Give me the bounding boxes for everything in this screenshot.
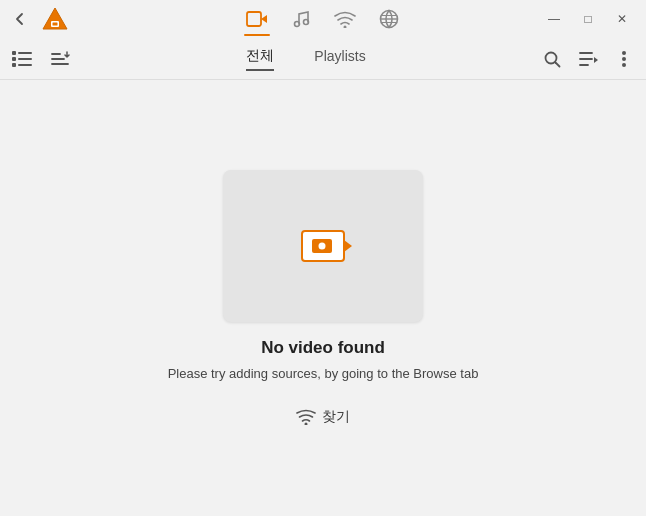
no-video-title: No video found — [168, 338, 479, 358]
title-bar-left — [8, 4, 70, 34]
music-tab-icon[interactable] — [288, 6, 314, 32]
wifi-browse-icon — [296, 409, 316, 425]
svg-marker-16 — [594, 57, 598, 63]
vlc-logo — [40, 4, 70, 34]
svg-rect-9 — [12, 51, 16, 55]
svg-rect-13 — [18, 58, 32, 60]
video-tab-icon[interactable] — [244, 6, 270, 32]
browse-label[interactable]: 찾기 — [322, 408, 350, 426]
svg-point-7 — [344, 26, 347, 29]
search-button[interactable] — [538, 45, 566, 73]
svg-point-17 — [622, 51, 626, 55]
no-video-placeholder — [223, 170, 423, 322]
svg-rect-11 — [12, 63, 16, 67]
close-button[interactable]: ✕ — [606, 4, 638, 34]
toolbar: 전체 Playlists — [0, 38, 646, 80]
svg-rect-2 — [53, 23, 58, 26]
sort-button[interactable] — [46, 45, 74, 73]
svg-point-18 — [622, 57, 626, 61]
svg-rect-10 — [12, 57, 16, 61]
svg-point-15 — [546, 52, 557, 63]
svg-point-19 — [622, 63, 626, 67]
empty-state: No video found Please try adding sources… — [168, 338, 479, 384]
svg-point-6 — [304, 20, 309, 25]
list-view-button[interactable] — [8, 45, 36, 73]
no-video-subtitle: Please try adding sources, by going to t… — [168, 364, 479, 384]
title-bar: — □ ✕ — [0, 0, 646, 38]
svg-point-20 — [305, 422, 308, 425]
back-button[interactable] — [8, 7, 32, 31]
video-placeholder-icon — [301, 230, 345, 262]
tab-playlists[interactable]: Playlists — [314, 48, 365, 70]
globe-tab-icon[interactable] — [376, 6, 402, 32]
svg-rect-14 — [18, 64, 32, 66]
svg-point-5 — [295, 22, 300, 27]
tab-all[interactable]: 전체 — [246, 47, 274, 71]
browse-link[interactable]: 찾기 — [296, 408, 350, 426]
toolbar-tabs: 전체 Playlists — [74, 47, 538, 71]
more-options-button[interactable] — [610, 45, 638, 73]
title-bar-right: — □ ✕ — [538, 4, 638, 34]
maximize-button[interactable]: □ — [572, 4, 604, 34]
network-tab-icon[interactable] — [332, 6, 358, 32]
queue-button[interactable] — [574, 45, 602, 73]
toolbar-left — [8, 45, 74, 73]
minimize-button[interactable]: — — [538, 4, 570, 34]
toolbar-right — [538, 45, 638, 73]
svg-rect-12 — [18, 52, 32, 54]
title-bar-center — [244, 6, 402, 32]
main-content: No video found Please try adding sources… — [0, 80, 646, 516]
svg-rect-3 — [247, 12, 261, 26]
